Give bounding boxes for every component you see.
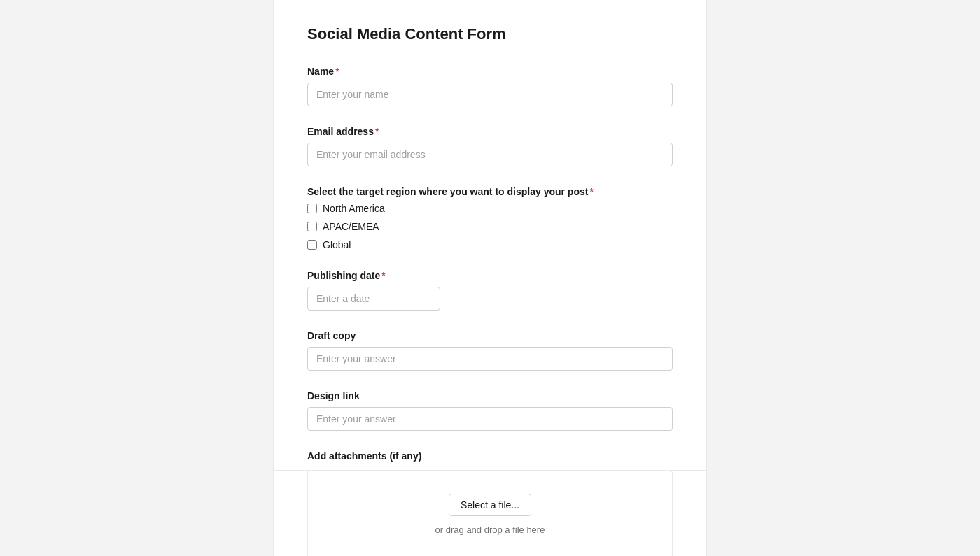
name-field-group: Name*	[307, 66, 673, 106]
region-required-star: *	[589, 186, 593, 197]
design-link-field-group: Design link	[307, 390, 673, 431]
form-container: Social Media Content Form Name* Email ad…	[273, 0, 707, 556]
attachments-label: Add attachments (if any)	[307, 450, 673, 462]
draft-copy-label: Draft copy	[307, 330, 673, 341]
north-america-label: North America	[323, 203, 385, 214]
email-input[interactable]	[307, 143, 673, 166]
form-title: Social Media Content Form	[307, 25, 673, 43]
region-field-group: Select the target region where you want …	[307, 186, 673, 250]
publishing-date-field-group: Publishing date*	[307, 270, 673, 311]
draft-copy-input[interactable]	[307, 347, 673, 371]
design-link-input[interactable]	[307, 407, 673, 431]
publishing-date-input[interactable]	[307, 287, 440, 311]
drag-drop-text: or drag and drop a file here	[435, 525, 545, 535]
design-link-label: Design link	[307, 390, 673, 401]
region-global[interactable]: Global	[307, 239, 673, 250]
checkbox-north-america[interactable]	[307, 204, 317, 213]
region-checkbox-group: North America APAC/EMEA Global	[307, 203, 673, 250]
global-label: Global	[323, 239, 351, 250]
name-label: Name*	[307, 66, 673, 77]
draft-copy-field-group: Draft copy	[307, 330, 673, 371]
date-required-star: *	[382, 270, 385, 281]
upload-area: Select a file... or drag and drop a file…	[307, 471, 673, 556]
checkbox-apac-emea[interactable]	[307, 222, 317, 231]
name-input[interactable]	[307, 83, 673, 106]
select-file-button[interactable]: Select a file...	[449, 494, 531, 516]
attachments-section: Add attachments (if any) Select a file..…	[307, 450, 673, 556]
region-north-america[interactable]: North America	[307, 203, 673, 214]
right-panel	[707, 0, 980, 556]
publishing-date-label: Publishing date*	[307, 270, 673, 281]
checkbox-global[interactable]	[307, 240, 317, 250]
region-apac-emea[interactable]: APAC/EMEA	[307, 221, 673, 232]
email-required-star: *	[375, 126, 379, 137]
name-required-star: *	[335, 66, 339, 77]
apac-emea-label: APAC/EMEA	[323, 221, 379, 232]
email-field-group: Email address*	[307, 126, 673, 166]
region-label: Select the target region where you want …	[307, 186, 673, 197]
email-label: Email address*	[307, 126, 673, 137]
left-panel	[0, 0, 273, 556]
